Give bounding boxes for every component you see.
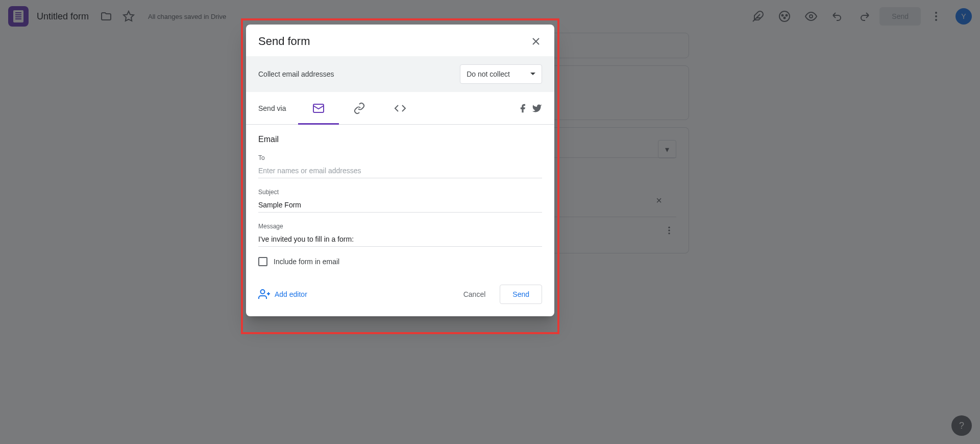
to-label: To xyxy=(258,154,542,161)
include-form-label: Include form in email xyxy=(274,258,339,266)
email-form-section: Email To Subject Message Include form in… xyxy=(246,125,554,276)
collect-email-dropdown[interactable]: Do not collect xyxy=(460,64,542,84)
link-icon xyxy=(353,102,365,114)
subject-label: Subject xyxy=(258,189,542,196)
add-editor-label: Add editor xyxy=(275,290,307,298)
send-form-dialog: Send form Collect email addresses Do not… xyxy=(246,25,554,316)
cancel-button[interactable]: Cancel xyxy=(453,285,496,304)
message-label: Message xyxy=(258,223,542,230)
tab-link[interactable] xyxy=(339,92,380,125)
add-editor-button[interactable]: Add editor xyxy=(258,288,307,300)
svg-point-15 xyxy=(261,290,265,294)
send-via-label: Send via xyxy=(258,104,286,112)
dropdown-value: Do not collect xyxy=(467,70,510,78)
chevron-down-icon xyxy=(530,72,535,77)
email-section-heading: Email xyxy=(258,135,542,144)
dialog-title: Send form xyxy=(258,35,310,48)
tab-email[interactable] xyxy=(298,92,339,125)
to-input[interactable] xyxy=(258,163,542,178)
subject-input[interactable] xyxy=(258,198,542,213)
send-button[interactable]: Send xyxy=(500,285,542,304)
include-form-checkbox[interactable] xyxy=(258,257,267,266)
close-icon[interactable] xyxy=(530,35,542,48)
collect-email-label: Collect email addresses xyxy=(258,70,334,78)
facebook-icon[interactable] xyxy=(518,103,528,113)
tab-embed[interactable] xyxy=(380,92,421,125)
add-person-icon xyxy=(258,288,271,300)
email-icon xyxy=(312,102,325,114)
dialog-footer: Add editor Cancel Send xyxy=(246,276,554,316)
collect-email-row: Collect email addresses Do not collect xyxy=(246,56,554,92)
twitter-icon[interactable] xyxy=(532,103,542,113)
send-via-tabs: Send via xyxy=(246,92,554,125)
message-input[interactable] xyxy=(258,232,542,247)
embed-icon xyxy=(394,102,406,114)
